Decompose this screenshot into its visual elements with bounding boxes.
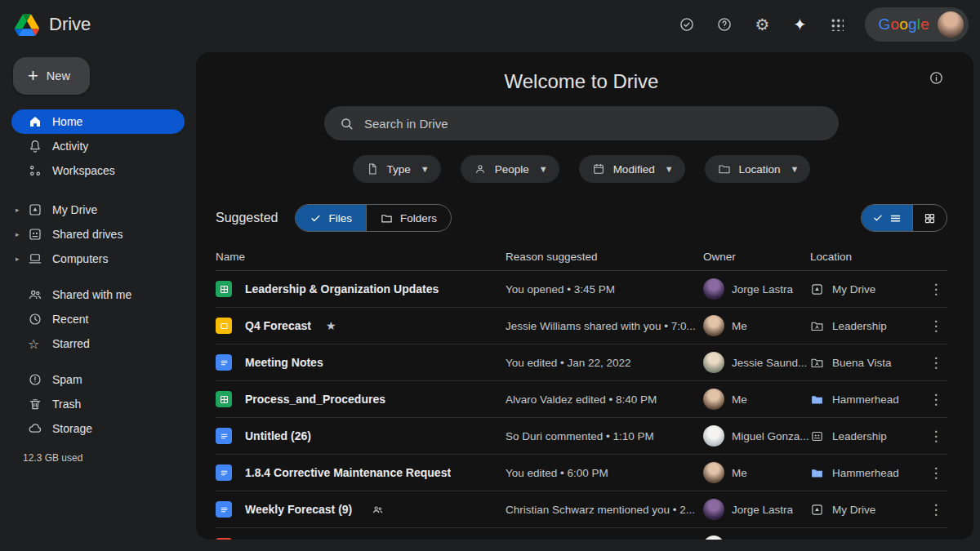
help-icon[interactable] — [708, 8, 741, 41]
filter-chip-people[interactable]: People ▼ — [461, 155, 559, 183]
list-view-button[interactable] — [862, 205, 912, 231]
sidebar-item-my-drive[interactable]: ▸ My Drive — [11, 198, 185, 222]
page-title: Welcome to Drive — [505, 70, 659, 93]
reason-suggested: Alvaro Valdez edited • 8:40 PM — [506, 393, 703, 406]
sidebar-group-system: Spam Trash Storage — [0, 367, 196, 441]
sidebar-item-starred[interactable]: ☆ Starred — [11, 331, 185, 356]
drive-brand[interactable]: Drive — [15, 14, 91, 36]
star-icon: ☆ — [28, 336, 39, 352]
people-icon — [28, 287, 42, 302]
more-options-icon[interactable]: ⋮ — [924, 354, 947, 371]
sidebar-item-storage[interactable]: Storage — [11, 416, 185, 441]
file-name: Weekly Forecast (9) — [245, 503, 352, 516]
drive-logo-icon — [15, 14, 39, 36]
owner-name: Jorge Lastra — [732, 504, 793, 516]
filter-chip-label: Type — [387, 163, 411, 176]
sidebar-item-spam[interactable]: Spam — [11, 367, 185, 392]
filter-chip-modified[interactable]: Modified ▼ — [579, 155, 685, 183]
owner-name: Me — [732, 467, 747, 479]
reason-suggested: You edited • Jan 22, 2022 — [506, 357, 703, 369]
file-name: Leadership & Organization Updates — [245, 282, 439, 295]
more-options-icon[interactable]: ⋮ — [924, 318, 947, 335]
file-name: Meeting Notes — [245, 356, 323, 369]
app-title: Drive — [49, 14, 91, 35]
reason-suggested: You edited • 6:00 PM — [506, 467, 703, 479]
settings-icon[interactable]: ⚙ — [746, 8, 778, 41]
offline-status-icon[interactable] — [670, 8, 703, 41]
owner-name: Me — [732, 320, 747, 332]
more-options-icon[interactable]: ⋮ — [924, 538, 947, 540]
filter-chip-type[interactable]: Type ▼ — [353, 155, 441, 183]
location-name: My Drive — [832, 504, 875, 516]
starred-icon: ★ — [326, 319, 336, 332]
more-options-icon[interactable]: ⋮ — [924, 428, 947, 445]
sidebar-item-label: Storage — [52, 422, 92, 435]
new-button[interactable]: + New — [13, 57, 90, 95]
sidebar-item-shared-drives[interactable]: ▸ Shared drives — [11, 222, 185, 247]
table-row[interactable]: 1.8.4 Corrective Maintenance Request You… — [216, 455, 947, 491]
location-name: Hammerhead — [832, 393, 899, 406]
sidebar-item-recent[interactable]: Recent — [11, 307, 185, 331]
table-row[interactable]: Q4 Forecast ★ Jessie Williams shared wit… — [216, 308, 947, 344]
filter-chips-row: Type ▼ People ▼ Modified ▼ Location ▼ — [216, 155, 947, 183]
check-icon — [872, 212, 884, 224]
info-icon[interactable] — [929, 70, 944, 86]
table-row[interactable]: Leadership & Organization Updates You op… — [216, 271, 947, 308]
folders-toggle-label: Folders — [400, 212, 437, 224]
filter-chip-label: Modified — [613, 163, 655, 176]
table-row[interactable]: Process_and_Procedures Alvaro Valdez edi… — [216, 381, 947, 418]
reason-suggested: You opened • 3:45 PM — [506, 283, 703, 295]
sidebar-item-workspaces[interactable]: Workspaces — [11, 158, 185, 183]
file-name: Untitled (26) — [245, 429, 311, 442]
table-row[interactable]: Weekly Forecast (9) Christian Schwarz me… — [216, 491, 947, 528]
table-row[interactable]: IMG_4234... You edited • ... ⋮ — [216, 528, 947, 540]
filter-chip-label: People — [495, 163, 529, 176]
owner-name: Me — [732, 393, 747, 406]
header-owner[interactable]: Owner — [703, 251, 810, 263]
header-reason[interactable]: Reason suggested — [506, 251, 703, 263]
files-toggle-button[interactable]: Files — [296, 205, 367, 231]
filter-chip-location[interactable]: Location ▼ — [705, 155, 811, 183]
owner-avatar — [703, 499, 724, 520]
header-name[interactable]: Name — [216, 251, 506, 263]
sidebar-item-home[interactable]: Home — [11, 109, 185, 134]
expand-caret-icon[interactable]: ▸ — [16, 206, 20, 214]
sidebar-item-activity[interactable]: Activity — [11, 134, 185, 158]
expand-caret-icon[interactable]: ▸ — [16, 255, 20, 263]
slides-file-icon — [216, 318, 232, 334]
docs-file-icon — [216, 354, 232, 371]
search-icon — [339, 116, 354, 131]
search-bar[interactable] — [324, 106, 839, 140]
owner-name: Jessie Saund... — [732, 357, 807, 369]
expand-caret-icon[interactable]: ▸ — [16, 230, 20, 238]
sidebar-item-shared-with-me[interactable]: Shared with me — [11, 282, 185, 307]
folder-icon — [718, 162, 731, 176]
more-options-icon[interactable]: ⋮ — [924, 391, 947, 408]
folder-icon — [810, 540, 825, 540]
sidebar-item-label: Computers — [52, 252, 108, 265]
more-options-icon[interactable]: ⋮ — [924, 281, 947, 298]
folders-toggle-button[interactable]: Folders — [366, 205, 451, 231]
folder-icon — [810, 466, 825, 480]
more-options-icon[interactable]: ⋮ — [924, 501, 947, 518]
shared-drive-icon — [810, 429, 825, 443]
table-row[interactable]: Untitled (26) So Duri commented • 1:10 P… — [216, 418, 947, 455]
my-drive-icon — [810, 503, 825, 517]
sidebar-item-trash[interactable]: Trash — [11, 392, 185, 416]
grid-view-button[interactable] — [912, 205, 947, 231]
shared-folder-icon — [810, 319, 825, 333]
table-row[interactable]: Meeting Notes You edited • Jan 22, 2022 … — [216, 344, 947, 381]
more-options-icon[interactable]: ⋮ — [924, 464, 947, 482]
apps-grid-icon[interactable] — [821, 8, 853, 41]
sidebar: + New Home Activity Workspaces ▸ — [0, 49, 196, 551]
folder-icon — [381, 212, 393, 224]
header-location[interactable]: Location — [810, 251, 924, 263]
google-account-pill[interactable]: Google — [865, 7, 969, 42]
search-input[interactable] — [364, 117, 824, 131]
sheets-file-icon — [216, 281, 232, 297]
gemini-sparkle-icon[interactable]: ✦ — [783, 8, 816, 41]
sidebar-item-computers[interactable]: ▸ Computers — [11, 247, 185, 271]
reason-suggested: Christian Schwarz mentioned you • 2... — [506, 504, 703, 516]
workspaces-icon — [28, 163, 42, 178]
sidebar-group-main: Home Activity Workspaces — [0, 109, 196, 183]
